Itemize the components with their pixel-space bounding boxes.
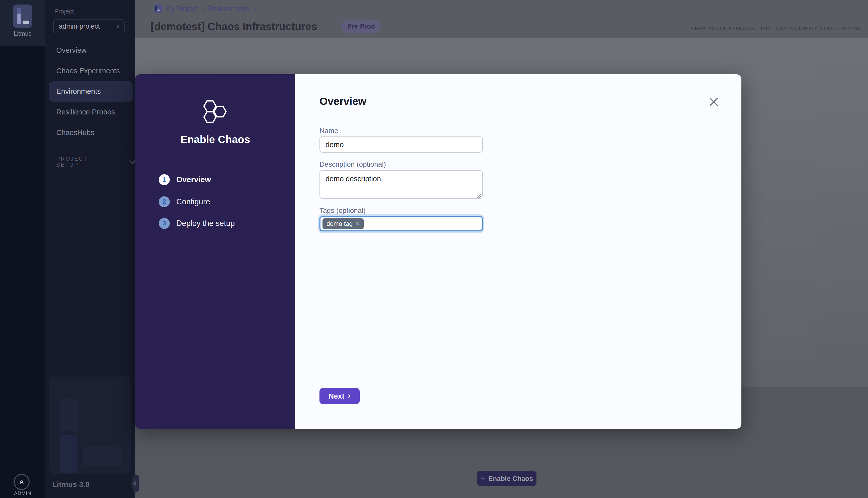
sidebar-item-environments[interactable]: Environments bbox=[49, 81, 133, 102]
wizard-step-overview[interactable]: 1 Overview bbox=[159, 174, 211, 185]
text-caret bbox=[366, 219, 367, 228]
sidebar-item-chaoshubs[interactable]: ChaosHubs bbox=[45, 122, 134, 143]
app-version: Litmus 3.0 bbox=[52, 480, 89, 488]
chevron-down-icon bbox=[129, 158, 135, 164]
step-number-badge: 3 bbox=[159, 218, 170, 229]
name-input[interactable] bbox=[320, 136, 483, 153]
chevron-right-icon: › bbox=[117, 22, 119, 30]
icon-rail: Litmus A ADMIN bbox=[0, 0, 45, 498]
project-selector-value: admin-project bbox=[59, 22, 117, 30]
sidebar-item-overview[interactable]: Overview bbox=[45, 40, 134, 61]
app-screen: My Project > Environments > [demotest] C… bbox=[0, 0, 868, 498]
close-icon[interactable] bbox=[708, 96, 719, 107]
sidebar-item-resilience-probes[interactable]: Resilience Probes bbox=[45, 102, 134, 122]
breadcrumb: My Project > Environments > bbox=[154, 4, 257, 13]
brand-tile[interactable]: Litmus bbox=[0, 0, 45, 46]
breadcrumb-separator-icon: > bbox=[253, 5, 257, 12]
sidebar-divider bbox=[54, 147, 126, 147]
step-label: Overview bbox=[176, 175, 211, 184]
tag-chip-label: demo tag bbox=[326, 220, 353, 227]
step-label: Configure bbox=[176, 197, 210, 206]
next-button[interactable]: Next › bbox=[320, 388, 360, 404]
page-header: My Project > Environments > [demotest] C… bbox=[134, 0, 868, 38]
page-title: [demotest] Chaos Infrastructures bbox=[151, 20, 317, 32]
meta-separator: | bbox=[772, 25, 774, 31]
enable-chaos-button-label: Enable Chaos bbox=[488, 475, 533, 482]
tag-chip: demo tag × bbox=[323, 218, 363, 229]
wizard-step-deploy[interactable]: 3 Deploy the setup bbox=[159, 218, 235, 229]
user-avatar[interactable]: A bbox=[14, 474, 30, 490]
overview-form-pane: Overview Name Description (optional) dem… bbox=[295, 74, 741, 429]
sidebar-item-label: Overview bbox=[56, 46, 87, 54]
step-label: Deploy the setup bbox=[176, 219, 235, 228]
created-on-label: CREATED ON: bbox=[691, 25, 727, 31]
remove-tag-icon[interactable]: × bbox=[355, 220, 359, 227]
title-row: [demotest] Chaos Infrastructures Pre-Pro… bbox=[151, 20, 381, 32]
description-textarea[interactable]: demo description bbox=[320, 170, 483, 199]
brand-name: Litmus bbox=[0, 30, 45, 37]
enable-chaos-button[interactable]: + Enable Chaos bbox=[477, 471, 536, 486]
litmus-logo-icon bbox=[13, 4, 32, 28]
chevron-right-icon: › bbox=[348, 391, 351, 400]
last-modified-label: LAST MODIFIED: bbox=[776, 25, 817, 31]
chevron-left-icon bbox=[133, 481, 136, 486]
sidebar-collapse-button[interactable] bbox=[131, 474, 139, 493]
page-meta: CREATED ON: 9 Oct 2023, 11:37 | LAST MOD… bbox=[691, 25, 861, 31]
wizard-pane: Enable Chaos 1 Overview 2 Configure 3 De… bbox=[135, 74, 295, 429]
tags-input[interactable]: demo tag × bbox=[320, 216, 483, 232]
plus-icon: + bbox=[480, 474, 485, 483]
sidebar-item-label: Environments bbox=[56, 87, 101, 95]
promo-card bbox=[49, 377, 131, 474]
next-button-label: Next bbox=[328, 392, 344, 400]
project-selector[interactable]: admin-project › bbox=[53, 19, 125, 33]
breadcrumb-separator-icon: > bbox=[201, 5, 205, 12]
created-on-value: 9 Oct 2023, 11:37 bbox=[729, 25, 770, 31]
description-label: Description (optional) bbox=[320, 160, 386, 168]
admin-label: ADMIN bbox=[0, 490, 45, 496]
sidebar-item-chaos-experiments[interactable]: Chaos Experiments bbox=[45, 61, 134, 81]
project-label: Project bbox=[54, 8, 74, 15]
project-setup-toggle[interactable]: PROJECT SETUP bbox=[56, 156, 134, 168]
tags-label: Tags (optional) bbox=[320, 206, 366, 214]
wizard-title: Enable Chaos bbox=[135, 133, 295, 146]
sidebar-item-label: Resilience Probes bbox=[56, 108, 115, 116]
chaos-hexagons-icon bbox=[202, 100, 228, 126]
sidebar-nav: Overview Chaos Experiments Environments … bbox=[45, 40, 134, 143]
last-modified-value: 9 Oct 2023, 11:37 bbox=[819, 25, 861, 31]
breadcrumb-link-environments[interactable]: Environments bbox=[208, 5, 250, 12]
modal-heading: Overview bbox=[320, 95, 366, 107]
breadcrumb-logo-icon bbox=[154, 4, 162, 13]
sidebar: Project admin-project › Overview Chaos E… bbox=[45, 0, 134, 498]
enable-chaos-modal: Enable Chaos 1 Overview 2 Configure 3 De… bbox=[135, 74, 741, 429]
name-label: Name bbox=[320, 127, 338, 134]
breadcrumb-link-my-project[interactable]: My Project bbox=[165, 5, 197, 12]
sidebar-item-label: ChaosHubs bbox=[56, 129, 94, 136]
step-number-badge: 1 bbox=[159, 174, 170, 185]
step-number-badge: 2 bbox=[159, 196, 170, 207]
wizard-step-configure[interactable]: 2 Configure bbox=[159, 196, 210, 207]
environment-type-badge: Pre-Prod bbox=[341, 20, 381, 32]
avatar-initial: A bbox=[20, 479, 24, 485]
sidebar-item-label: Chaos Experiments bbox=[56, 67, 120, 75]
project-setup-label: PROJECT SETUP bbox=[56, 156, 111, 168]
